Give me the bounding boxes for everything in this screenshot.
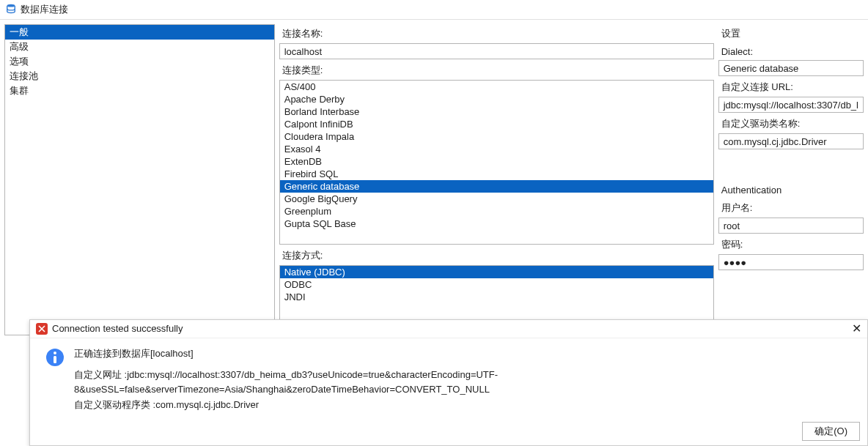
nav-item[interactable]: 高级	[5, 40, 274, 54]
toast-title: Connection tested successfully	[52, 323, 183, 334]
center-column: 连接名称: localhost 连接类型: AS/400Apache Derby…	[279, 24, 714, 338]
spacer	[718, 151, 864, 180]
title-bar: 数据库连接	[0, 0, 868, 20]
connection-type-item[interactable]: Calpont InfiniDB	[280, 118, 713, 130]
connection-type-item[interactable]: AS/400	[280, 81, 713, 93]
auth-label: Authentication	[718, 183, 864, 197]
toast-header: Connection tested successfully ✕	[30, 320, 867, 338]
connection-type-item[interactable]: Cloudera Impala	[280, 130, 713, 143]
info-icon	[45, 347, 67, 413]
access-item[interactable]: ODBC	[280, 278, 713, 291]
svg-point-0	[7, 4, 15, 7]
driver-input[interactable]: com.mysql.cj.jdbc.Driver	[718, 133, 864, 149]
url-input[interactable]: jdbc:mysql://localhost:3307/db_l	[718, 97, 864, 113]
database-icon	[6, 4, 16, 16]
connection-type-item[interactable]: Exasol 4	[280, 143, 713, 155]
pass-label: 密码:	[718, 237, 864, 253]
connection-type-list[interactable]: AS/400Apache DerbyBorland InterbaseCalpo…	[279, 80, 714, 245]
toast-footer: 确定(O)	[30, 417, 867, 445]
nav-list[interactable]: 一般高级选项连接池集群	[4, 24, 275, 335]
pass-input[interactable]: ●●●●	[718, 254, 864, 270]
right-column: 设置 Dialect: Generic database 自定义连接 URL: …	[718, 24, 864, 338]
nav-item[interactable]: 一般	[5, 25, 274, 40]
settings-label: 设置	[718, 26, 864, 42]
toast-body: 正确连接到数据库[localhost] 自定义网址 :jdbc:mysql://…	[30, 338, 867, 417]
toast-line-2a: 自定义网址 :jdbc:mysql://localhost:3307/db_he…	[74, 368, 853, 398]
dialect-label: Dialect:	[718, 45, 864, 59]
connection-type-item[interactable]: Greenplum	[280, 205, 713, 218]
toast-details: 自定义网址 :jdbc:mysql://localhost:3307/db_he…	[74, 368, 853, 413]
toast-line-2b: 自定义驱动程序类 :com.mysql.cj.jdbc.Driver	[74, 398, 853, 413]
access-item[interactable]: Native (JDBC)	[280, 266, 713, 278]
url-label: 自定义连接 URL:	[718, 79, 864, 95]
connection-type-item[interactable]: Generic database	[280, 180, 713, 193]
main-area: 一般高级选项连接池集群 连接名称: localhost 连接类型: AS/400…	[0, 20, 868, 343]
nav-item[interactable]: 连接池	[5, 69, 274, 83]
connection-type-item[interactable]: ExtenDB	[280, 155, 713, 168]
ok-button[interactable]: 确定(O)	[802, 422, 860, 441]
connection-type-item[interactable]: Firebird SQL	[280, 168, 713, 180]
access-item[interactable]: JNDI	[280, 291, 713, 303]
connection-type-label: 连接类型:	[279, 62, 714, 78]
user-input[interactable]: root	[718, 218, 864, 234]
toast-dialog: Connection tested successfully ✕ 正确连接到数据…	[29, 319, 868, 446]
nav-item[interactable]: 集群	[5, 83, 274, 98]
access-label: 连接方式:	[279, 248, 714, 264]
user-label: 用户名:	[718, 200, 864, 216]
svg-rect-3	[54, 356, 56, 363]
toast-status-icon	[36, 323, 48, 335]
svg-point-2	[54, 352, 56, 354]
connection-type-item[interactable]: Google BigQuery	[280, 193, 713, 205]
connection-name-label: 连接名称:	[279, 26, 714, 42]
nav-item[interactable]: 选项	[5, 54, 274, 69]
dialect-input[interactable]: Generic database	[718, 60, 864, 76]
toast-lines: 正确连接到数据库[localhost] 自定义网址 :jdbc:mysql://…	[74, 347, 853, 413]
driver-label: 自定义驱动类名称:	[718, 116, 864, 132]
toast-line-1: 正确连接到数据库[localhost]	[74, 347, 853, 360]
window-title: 数据库连接	[21, 3, 68, 16]
connection-name-input[interactable]: localhost	[279, 43, 714, 59]
connection-type-item[interactable]: Apache Derby	[280, 93, 713, 105]
connection-type-item[interactable]: Gupta SQL Base	[280, 218, 713, 230]
close-icon[interactable]: ✕	[852, 323, 861, 335]
connection-type-item[interactable]: Borland Interbase	[280, 105, 713, 118]
